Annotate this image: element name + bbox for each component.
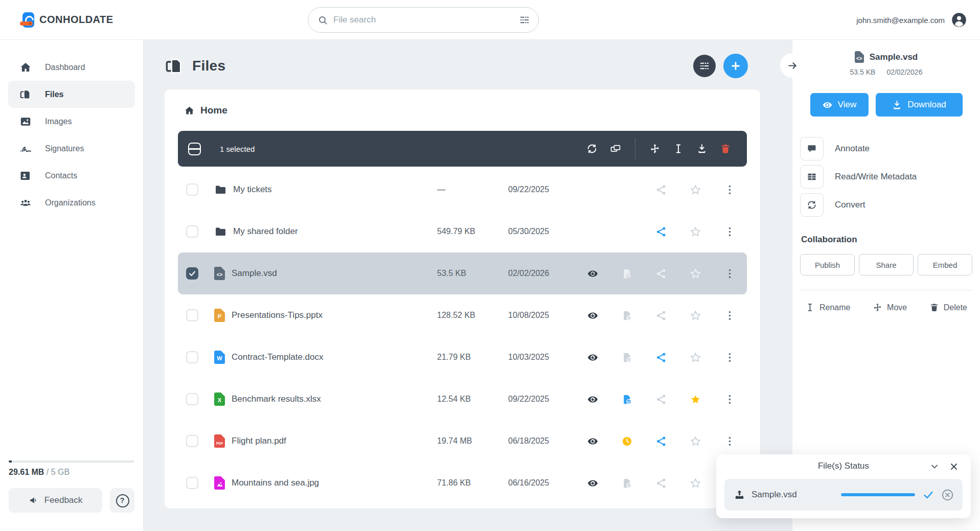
file-size: 71.86 KB [437, 478, 508, 488]
star-icon [690, 352, 701, 363]
view-button[interactable]: View [810, 93, 869, 117]
feedback-button[interactable]: Feedback [9, 488, 102, 513]
help-button[interactable] [110, 488, 134, 513]
file-date: 09/22/2025 [508, 185, 576, 194]
favorite-button[interactable] [687, 474, 704, 492]
sidebar-item-images[interactable]: Images [8, 108, 135, 135]
sidebar-item-signatures[interactable]: Signatures [8, 135, 135, 162]
brand-logo[interactable]: CONHOLDATE [22, 12, 113, 28]
download-button[interactable]: Download [876, 93, 963, 117]
favorite-button[interactable] [687, 349, 704, 366]
share-icon [655, 226, 667, 238]
star-icon [690, 477, 701, 489]
share-button[interactable] [653, 390, 670, 408]
search-input[interactable] [333, 15, 519, 25]
list-settings-button[interactable] [693, 55, 716, 77]
row-menu-button[interactable] [721, 432, 739, 450]
embed-button[interactable]: Embed [918, 254, 972, 275]
rename-button[interactable]: Rename [805, 303, 850, 312]
convert-button[interactable] [800, 193, 824, 217]
table-row[interactable]: <> Sample.vsd 53.5 KB 02/02/2026 [178, 252, 747, 294]
row-checkbox[interactable] [186, 309, 198, 321]
table-row[interactable]: P Presentations-Tips.pptx 128.52 KB 10/0… [178, 294, 747, 336]
share-button[interactable] [653, 265, 670, 282]
delete-button[interactable]: Delete [929, 303, 967, 312]
trash-icon [720, 143, 731, 154]
favorite-button[interactable] [687, 390, 704, 408]
row-checkbox[interactable] [186, 267, 198, 280]
table-row[interactable]: My shared folder 549.79 KB 05/30/2025 [178, 211, 747, 252]
preview-button[interactable] [584, 265, 602, 282]
files-icon [165, 57, 184, 76]
metadata-button[interactable] [800, 165, 824, 189]
close-popup-button[interactable] [947, 460, 961, 473]
preview-button[interactable] [584, 432, 602, 450]
table-icon [807, 172, 817, 182]
favorite-button[interactable] [687, 181, 704, 198]
sidebar-item-dashboard[interactable]: Dashboard [8, 54, 135, 81]
row-checkbox[interactable] [186, 477, 198, 489]
share-button[interactable]: Share [859, 254, 914, 275]
move-button[interactable]: Move [873, 303, 907, 312]
delete-button[interactable] [716, 140, 735, 158]
preview-button[interactable] [584, 349, 602, 366]
share-button[interactable] [653, 349, 670, 366]
dismiss-upload-button[interactable] [941, 488, 954, 502]
share-button[interactable] [653, 474, 670, 492]
row-checkbox[interactable] [186, 183, 198, 196]
table-row[interactable]: PDF Flight plan.pdf 19.74 MB 06/18/2025 [178, 420, 747, 462]
share-button[interactable] [653, 223, 670, 240]
download-button[interactable] [693, 140, 711, 158]
sidebar-item-organizations[interactable]: Organizations [8, 189, 135, 216]
user-email[interactable]: john.smith@example.com [856, 16, 945, 25]
share-button[interactable] [653, 307, 670, 324]
favorite-button[interactable] [687, 307, 704, 324]
file-check-icon [621, 310, 633, 321]
annotate-button[interactable] [800, 137, 824, 160]
sidebar-item-files[interactable]: Files [8, 81, 135, 108]
sidebar-item-contacts[interactable]: Contacts [8, 162, 135, 189]
row-menu-button[interactable] [721, 390, 739, 408]
row-menu-button[interactable] [721, 307, 739, 324]
row-checkbox[interactable] [186, 435, 198, 447]
convert-button[interactable] [606, 140, 625, 158]
file-name: Sample.vsd [232, 268, 277, 279]
user-avatar-icon[interactable] [951, 12, 967, 28]
preview-button[interactable] [584, 307, 602, 324]
row-checkbox[interactable] [186, 225, 198, 238]
share-button[interactable] [653, 432, 670, 450]
preview-button[interactable] [584, 390, 602, 408]
convert-action[interactable]: Convert [800, 193, 972, 217]
row-checkbox[interactable] [186, 393, 198, 405]
eye-icon [822, 100, 833, 110]
row-menu-button[interactable] [721, 181, 739, 198]
collapse-popup-button[interactable] [928, 460, 941, 473]
metadata-action[interactable]: Read/Write Metadata [800, 165, 972, 189]
favorite-button[interactable] [687, 223, 704, 240]
collapse-panel-button[interactable] [780, 53, 805, 78]
refresh-button[interactable] [583, 140, 601, 158]
share-button[interactable] [653, 181, 670, 198]
preview-button[interactable] [584, 474, 602, 492]
table-row[interactable]: W Contract-Template.docx 21.79 KB 10/03/… [178, 336, 747, 378]
annotate-action[interactable]: Annotate [800, 137, 972, 160]
row-checkbox[interactable] [186, 351, 198, 363]
publish-button[interactable]: Publish [800, 254, 855, 275]
add-file-button[interactable] [723, 54, 748, 78]
table-row[interactable]: My tickets — 09/22/2025 [178, 169, 747, 211]
favorite-button[interactable] [687, 265, 704, 282]
move-button[interactable] [646, 140, 664, 158]
row-menu-button[interactable] [721, 223, 739, 240]
select-all-checkbox[interactable] [188, 143, 201, 155]
file-list: My tickets — 09/22/2025 [178, 169, 747, 504]
search-filter-sliders-icon[interactable] [519, 14, 530, 26]
rename-button[interactable] [669, 140, 688, 158]
table-row[interactable]: X Benchmark results.xlsx 12.54 KB 09/22/… [178, 378, 747, 420]
favorite-button[interactable] [687, 432, 704, 450]
breadcrumb-home[interactable]: Home [184, 103, 747, 118]
table-row[interactable]: Mountains and sea.jpg 71.86 KB 06/16/202… [178, 462, 747, 504]
image-icon [19, 116, 32, 128]
row-menu-button[interactable] [721, 265, 739, 282]
row-menu-button[interactable] [721, 349, 739, 366]
approval-status-icon [619, 265, 636, 282]
